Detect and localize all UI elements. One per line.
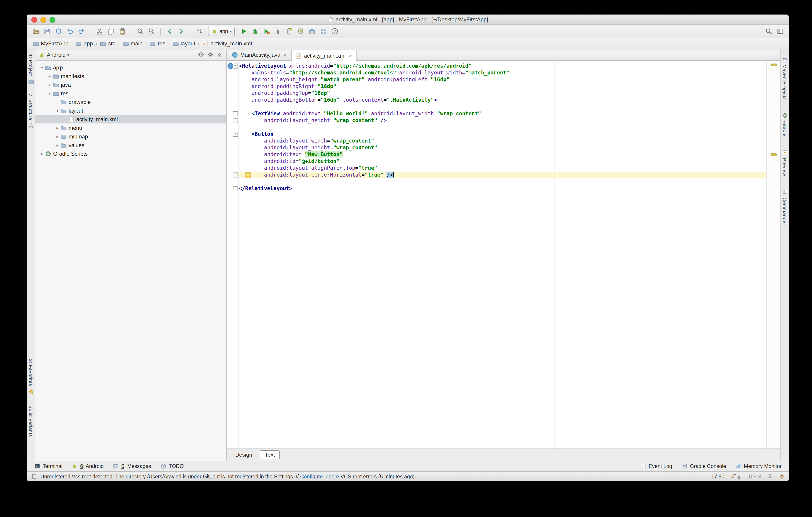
- locate-button[interactable]: [198, 51, 204, 59]
- lock-icon[interactable]: [767, 474, 773, 479]
- code-line[interactable]: xmlns:tools="http://schemas.android.com/…: [239, 69, 766, 76]
- code-line[interactable]: [239, 124, 766, 131]
- structure-icon[interactable]: [28, 123, 34, 129]
- close-tab-icon[interactable]: ×: [284, 52, 287, 58]
- project-view-selector[interactable]: Android: [47, 52, 66, 58]
- error-stripe[interactable]: [766, 61, 780, 449]
- toolwindow-button-event-log[interactable]: Event Log: [636, 462, 676, 470]
- gear-button[interactable]: [207, 51, 213, 59]
- ignore-link[interactable]: Ignore: [324, 474, 339, 479]
- search-everywhere-button[interactable]: [763, 27, 774, 36]
- fold-marker-icon[interactable]: −: [233, 64, 238, 68]
- run-coverage-button[interactable]: [261, 27, 271, 36]
- tool-stripe-button-build-variants[interactable]: Build Variants: [28, 405, 34, 437]
- tab-text[interactable]: Text: [260, 450, 280, 459]
- code-line[interactable]: android:paddingBottom="16dp" tools:conte…: [239, 97, 766, 103]
- run-configuration-select[interactable]: app ▾: [208, 27, 235, 36]
- toolwindow-toggle-icon[interactable]: [31, 474, 37, 479]
- copy-button[interactable]: [105, 27, 116, 36]
- tree-expand-arrow-icon[interactable]: ▾: [47, 91, 53, 96]
- code-line[interactable]: android:layout_centerHorizontal="true" /…: [239, 172, 766, 178]
- tree-expand-arrow-icon[interactable]: ▸: [55, 143, 60, 147]
- cut-button[interactable]: [94, 27, 105, 36]
- attach-debugger-button[interactable]: [272, 27, 283, 36]
- tree-item-layout[interactable]: ▾layout: [35, 106, 226, 115]
- zoom-button[interactable]: [50, 17, 55, 23]
- back-button[interactable]: [165, 27, 175, 36]
- code-line[interactable]: </RelativeLayout>: [239, 185, 766, 192]
- code-line[interactable]: android:layout_height="wrap_content" />: [239, 117, 766, 124]
- toolwindow-button-terminal[interactable]: Terminal: [30, 462, 66, 470]
- tree-item-app[interactable]: ▾app: [35, 63, 226, 72]
- breadcrumb-item-myfirstapp[interactable]: MyFirstApp: [31, 40, 70, 47]
- tree-expand-arrow-icon[interactable]: ▾: [39, 65, 45, 70]
- code-line[interactable]: android:text="New Button": [239, 151, 766, 158]
- breadcrumb-item-main[interactable]: main: [121, 40, 144, 47]
- open-project-button[interactable]: [30, 27, 41, 36]
- sync-gradle-button[interactable]: [295, 27, 306, 36]
- tree-expand-arrow-icon[interactable]: ▸: [55, 125, 60, 130]
- fold-marker-icon[interactable]: −: [233, 111, 238, 116]
- editor-tab-activity-main-xml[interactable]: activity_main.xml×: [291, 50, 356, 61]
- save-all-button[interactable]: [42, 27, 52, 36]
- tool-stripe-button-1-project[interactable]: 1: Project: [28, 54, 34, 76]
- editor-gutter[interactable]: −−^−^^: [227, 61, 239, 449]
- collapse-all-button[interactable]: [216, 51, 223, 59]
- toolwindow-button-gradle-console[interactable]: Gradle Console: [677, 462, 730, 470]
- code-line[interactable]: <RelativeLayout xmlns:android="http://sc…: [239, 63, 766, 69]
- code-line[interactable]: android:layout_height="match_parent" and…: [239, 76, 766, 83]
- gradle-icon[interactable]: [782, 113, 788, 119]
- tree-item-java[interactable]: ▸java: [35, 80, 226, 89]
- tree-item-res[interactable]: ▾res: [35, 89, 226, 98]
- tool-stripe-button-2-favorites[interactable]: 2: Favorites: [28, 359, 34, 386]
- code-line[interactable]: <TextView android:text="Hello world!" an…: [239, 110, 766, 117]
- project-structure-button[interactable]: [318, 27, 328, 36]
- code-area[interactable]: <RelativeLayout xmlns:android="http://sc…: [239, 61, 766, 449]
- breadcrumb-item-layout[interactable]: layout: [171, 40, 197, 47]
- breadcrumb-item-src[interactable]: src: [98, 40, 117, 47]
- configure-link[interactable]: Configure: [300, 474, 323, 479]
- tree-expand-arrow-icon[interactable]: ▸: [47, 74, 53, 78]
- toolwindow-layout-button[interactable]: [775, 27, 785, 36]
- tree-item-gradle-scripts[interactable]: ▸Gradle Scripts: [35, 149, 226, 158]
- code-line[interactable]: android:layout_alignParentTop="true": [239, 165, 766, 172]
- paste-button[interactable]: [117, 27, 127, 36]
- redo-button[interactable]: [76, 27, 86, 36]
- avd-manager-button[interactable]: [284, 27, 294, 36]
- tree-item-values[interactable]: ▸values: [35, 141, 226, 149]
- toolwindow-button-memory-monitor[interactable]: Memory Monitor: [732, 462, 785, 470]
- maven-icon[interactable]: m: [782, 56, 788, 62]
- titlebar[interactable]: activity_main.xml - [app] - MyFirstApp -…: [27, 14, 789, 25]
- help-button[interactable]: ?: [329, 27, 340, 36]
- tree-item-menu[interactable]: ▸menu: [35, 123, 226, 132]
- code-line[interactable]: android:layout_width="wrap_content": [239, 138, 766, 144]
- forward-button[interactable]: [176, 27, 186, 36]
- toolwindow-button-todo[interactable]: TODO: [156, 462, 187, 470]
- line-ending-select[interactable]: LF: [730, 473, 741, 480]
- preview-icon[interactable]: [782, 149, 788, 155]
- breadcrumb-item-activity-main-xml[interactable]: activity_main.xml: [201, 40, 253, 47]
- tree-item-mipmap[interactable]: ▸mipmap: [35, 132, 226, 141]
- tree-item-manifests[interactable]: ▸manifests: [35, 72, 226, 80]
- warning-stripe-mark[interactable]: [771, 64, 777, 66]
- tree-expand-arrow-icon[interactable]: ▾: [55, 108, 60, 113]
- tree-expand-arrow-icon[interactable]: ▸: [39, 151, 45, 156]
- synchronize-button[interactable]: [53, 27, 64, 36]
- component-gutter-icon[interactable]: [228, 63, 233, 69]
- fold-marker-icon[interactable]: −: [233, 132, 238, 136]
- fold-end-marker-icon[interactable]: ^: [233, 118, 238, 123]
- favorites-icon[interactable]: [28, 389, 34, 395]
- debug-button[interactable]: [250, 27, 260, 36]
- replace-button[interactable]: [146, 27, 157, 36]
- breadcrumb-item-res[interactable]: res: [148, 40, 167, 47]
- code-line[interactable]: android:paddingRight="16dp": [239, 83, 766, 90]
- inspections-profile-icon[interactable]: [779, 474, 785, 479]
- tree-expand-arrow-icon[interactable]: ▸: [47, 82, 53, 87]
- tool-stripe-button-preview[interactable]: Preview: [782, 158, 787, 176]
- tool-stripe-button-gradle[interactable]: Gradle: [782, 121, 787, 136]
- close-tab-icon[interactable]: ×: [349, 53, 352, 59]
- code-line[interactable]: android:id="@+id/button": [239, 158, 766, 165]
- commander-icon[interactable]: [782, 189, 788, 195]
- tree-item-drawable[interactable]: drawable: [35, 98, 226, 106]
- toolwindow-button-6-android[interactable]: 6: Android: [68, 462, 108, 470]
